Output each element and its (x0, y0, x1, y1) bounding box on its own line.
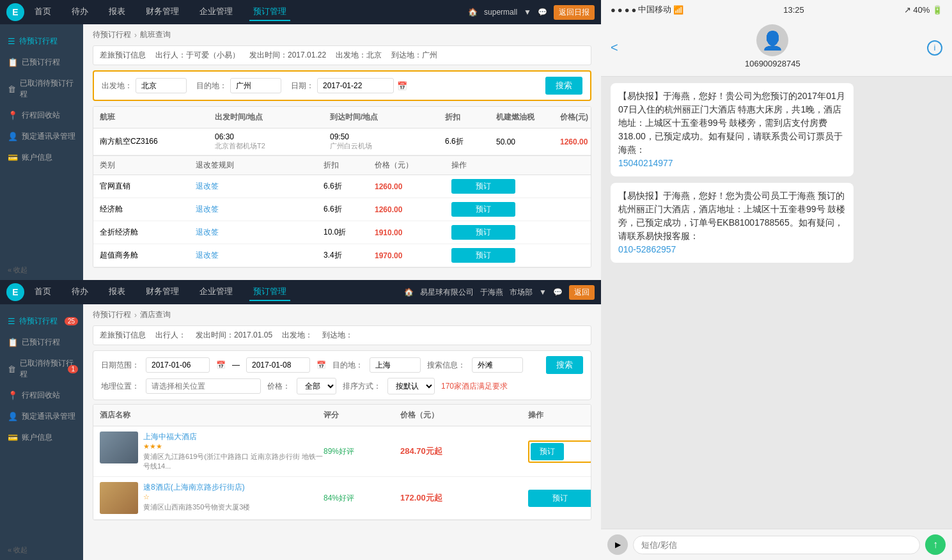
flight-table: 航班 出发时间/地点 到达时间/地点 折扣 机建燃油税 价格(元) 操作 南方航… (93, 106, 591, 268)
sidebar-icon-2: 🗑 (8, 84, 16, 94)
sidebar-item-recycle[interactable]: 📍 行程回收站 (0, 105, 83, 126)
bottom-sidebar-collapse[interactable]: « 收起 (0, 540, 83, 560)
message-link-1[interactable]: 010-52862957 (618, 244, 676, 254)
carrier-label: 中国移动 (638, 4, 671, 15)
bottom-nav-report[interactable]: 报表 (105, 283, 129, 301)
hotel-book-button-1[interactable]: 预订 (528, 490, 591, 507)
hotel-book-button-0[interactable]: 预订 (531, 443, 564, 460)
nav-item-enterprise[interactable]: 企业管理 (196, 3, 237, 21)
calendar-icon-from[interactable]: 📅 (216, 361, 226, 369)
sidebar-item-booked[interactable]: 📋 已预订行程 (0, 52, 83, 73)
hotel-keyword-label: 搜索信息： (427, 360, 465, 371)
bottom-sidebar-recycle[interactable]: 📍 行程回收站 (0, 385, 83, 406)
phone-signals: ● ● ● ● 中国移动 📶 (611, 4, 683, 15)
hotel-date-from[interactable] (146, 357, 210, 373)
phone-send-button[interactable]: ↑ (925, 534, 946, 555)
avatar-icon: 👤 (761, 30, 784, 51)
nav-item-finance[interactable]: 财务管理 (142, 3, 183, 21)
col-airline: 航班 (100, 112, 215, 123)
bottom-sidebar-label-0: 待预订行程 (19, 316, 58, 327)
col-discount: 折扣 (445, 112, 496, 123)
hotel-search-button[interactable]: 搜索 (546, 356, 583, 374)
book-button-1[interactable]: 预订 (451, 202, 515, 217)
sub-price-2: 1910.00 (375, 228, 451, 237)
sidebar-collapse[interactable]: « 收起 (0, 260, 83, 280)
bottom-nav-finance[interactable]: 财务管理 (142, 283, 183, 301)
bottom-breadcrumb-0[interactable]: 待预订行程 (93, 309, 131, 320)
hotel-table-header: 酒店名称 评分 价格（元） 操作 (93, 405, 591, 426)
book-button-0[interactable]: 预订 (451, 179, 515, 194)
nav-item-home[interactable]: 首页 (31, 3, 55, 21)
nav-message-icon[interactable]: 💬 (538, 8, 547, 17)
sub-rule-0[interactable]: 退改签 (196, 181, 324, 192)
phone-messages: 【易快报】于海燕，您好！贵公司为您预订的2017年01月07日入住的杭州丽正门大… (601, 77, 952, 529)
book-button-2[interactable]: 预订 (451, 225, 515, 240)
nav-dropdown-icon[interactable]: ▼ (524, 8, 531, 17)
bottom-sidebar-account[interactable]: 💳 账户信息 (0, 427, 83, 448)
sub-rule-2[interactable]: 退改签 (196, 227, 324, 238)
hotel-row-0: 上海中福大酒店 ★★★ 黄浦区九江路619号(浙江中路路口 近南京路步行街 地铁… (93, 426, 591, 477)
to-input[interactable] (230, 78, 281, 93)
from-input[interactable] (136, 78, 187, 93)
sidebar-item-contacts[interactable]: 👤 预定通讯录管理 (0, 126, 83, 147)
hotel-keyword-input[interactable] (472, 357, 523, 373)
book-button-3[interactable]: 预订 (451, 248, 515, 263)
flight-price: 1260.00 (560, 137, 591, 146)
nav-item-todo[interactable]: 待办 (68, 3, 92, 21)
bottom-sidebar-cancelled[interactable]: 🗑 已取消待预订行程 1 (0, 353, 83, 385)
bottom-sidebar-icon-1: 📋 (8, 338, 18, 347)
nav-item-report[interactable]: 报表 (105, 3, 129, 21)
sub-discount-2: 10.0折 (324, 227, 375, 238)
bottom-nav-company: 易星球有限公司 (420, 287, 474, 298)
message-link-0[interactable]: 15040214977 (618, 158, 673, 168)
hotel-table: 酒店名称 评分 价格（元） 操作 上海中福大酒店 (93, 404, 591, 520)
bottom-info-2: 出发地： (282, 330, 313, 341)
hotel-name-1[interactable]: 速8酒店(上海南京路步行街店) (143, 482, 250, 493)
message-bubble-1: 【易快报】于海燕，您好！您为贵公司员工于海燕 预订的杭州丽正门大酒店，酒店地址：… (611, 183, 854, 263)
info-field-2: 出发地：北京 (336, 50, 382, 61)
hotel-sort-select[interactable]: 按默认 (387, 378, 435, 394)
breadcrumb-item-0[interactable]: 待预订行程 (93, 29, 131, 40)
bottom-sidebar-icon-0: ☰ (8, 316, 15, 326)
calendar-icon-to[interactable]: 📅 (316, 361, 326, 369)
bottom-nav-home[interactable]: 首页 (31, 283, 55, 301)
bottom-nav-enterprise[interactable]: 企业管理 (196, 283, 237, 301)
signal-dot-2: ● (618, 5, 623, 15)
phone-voice-button[interactable]: ▶ (607, 534, 628, 555)
hotel-price-select[interactable]: 全部 (297, 378, 336, 394)
bottom-nav-todo[interactable]: 待办 (68, 283, 92, 301)
sidebar-item-pending[interactable]: ☰ 待预订行程 (0, 31, 83, 52)
info-button[interactable]: i (927, 40, 942, 56)
bottom-sidebar-booked[interactable]: 📋 已预订行程 (0, 332, 83, 353)
nav-item-booking[interactable]: 预订管理 (249, 3, 290, 21)
calendar-icon[interactable]: 📅 (397, 81, 407, 91)
return-button[interactable]: 返回日报 (554, 5, 595, 20)
hotel-name-0[interactable]: 上海中福大酒店 (143, 432, 324, 442)
date-input[interactable] (317, 78, 394, 93)
message-text-1: 【易快报】于海燕，您好！您为贵公司员工于海燕 预订的杭州丽正门大酒店，酒店地址：… (618, 191, 845, 241)
search-button[interactable]: 搜索 (545, 77, 582, 95)
phone-battery: ↗ 40% 🔋 (904, 5, 942, 15)
bottom-nav-booking[interactable]: 预订管理 (249, 283, 290, 301)
from-field: 出发地： (102, 78, 187, 93)
bottom-sidebar-contacts[interactable]: 👤 预定通讯录管理 (0, 406, 83, 427)
sidebar-item-cancelled[interactable]: 🗑 已取消待预订行程 (0, 73, 83, 105)
hotel-location-input[interactable] (146, 378, 261, 394)
hotel-date-to[interactable] (246, 357, 310, 373)
date-range-dash: — (232, 361, 240, 369)
bottom-return-button[interactable]: 返回 (569, 285, 595, 300)
phone-text-input[interactable] (633, 536, 920, 554)
bottom-nav-dropdown[interactable]: ▼ (539, 288, 547, 297)
sidebar-item-account[interactable]: 💳 账户信息 (0, 147, 83, 168)
sub-row-3: 超值商务舱 退改签 3.4折 1970.00 预订 (93, 244, 591, 267)
back-button[interactable]: < (611, 40, 618, 55)
signal-dot-1: ● (611, 5, 616, 15)
sub-rule-1[interactable]: 退改签 (196, 204, 324, 215)
hotel-price-0: 284.70元起 (400, 446, 528, 457)
bottom-info-1: 发出时间：2017.01.05 (196, 330, 272, 341)
bottom-sidebar-pending[interactable]: ☰ 待预订行程 25 (0, 311, 83, 332)
sub-rule-3[interactable]: 退改签 (196, 250, 324, 261)
hotel-city-input[interactable] (370, 357, 421, 373)
sub-col-price: 价格（元） (375, 160, 451, 171)
bottom-nav-msg[interactable]: 💬 (553, 288, 563, 297)
